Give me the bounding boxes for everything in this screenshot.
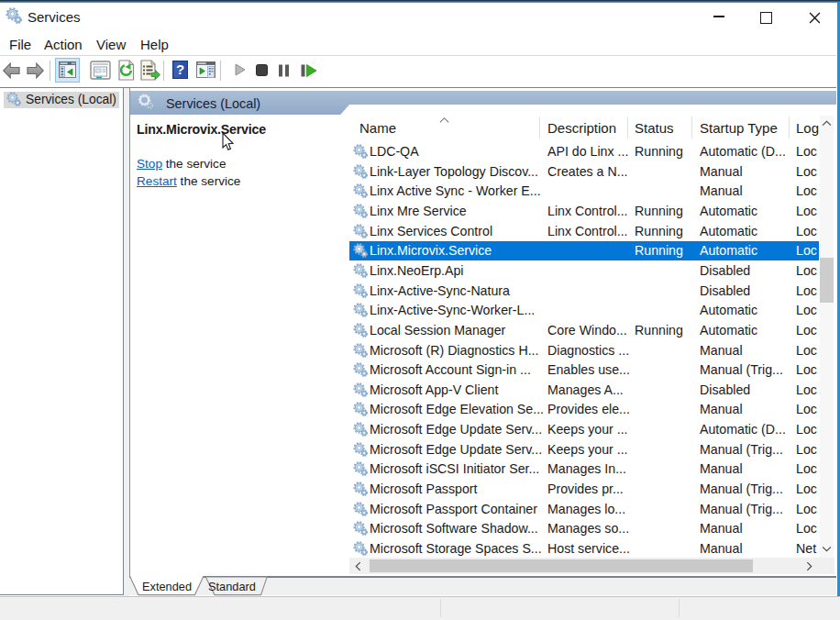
svg-text:Standard: Standard (208, 580, 256, 593)
svg-text:Extended: Extended (142, 580, 192, 593)
svg-text:?: ? (176, 61, 184, 77)
